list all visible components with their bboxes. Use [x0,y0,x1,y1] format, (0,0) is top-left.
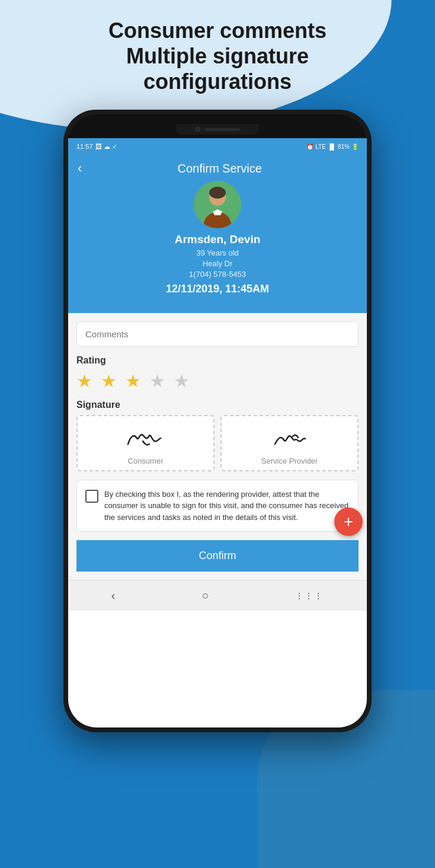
phone-notch [176,124,259,135]
nav-apps-button[interactable]: ⋮⋮⋮ [295,591,324,601]
attestation-checkbox[interactable] [85,490,98,503]
phone-inner: 11:57 🖼 ☁ ✓ ⏰ LTE ▐▌ 81% 🔋 ‹ Confirm Ser… [68,114,367,727]
status-right: ⏰ LTE ▐▌ 81% 🔋 [306,143,359,150]
star-2[interactable]: ★ [101,371,117,391]
comments-input[interactable] [76,321,359,347]
rating-label: Rating [76,355,359,366]
stars-row: ★ ★ ★ ★ ★ [76,371,359,391]
status-bar: 11:57 🖼 ☁ ✓ ⏰ LTE ▐▌ 81% 🔋 [68,138,367,155]
signature-boxes: Consumer Service Provider [76,415,359,471]
provider-signature-box[interactable]: Service Provider [220,415,359,471]
profile-age: 39 Years old [196,248,239,259]
header-title: Confirm Service [82,162,357,175]
back-button[interactable]: ‹ [78,161,82,176]
star-3[interactable]: ★ [125,371,141,391]
confirm-button[interactable]: Confirm [76,540,359,572]
title-line3: configurations [143,69,292,94]
nav-home-button[interactable]: ○ [201,589,209,602]
avatar [194,181,241,228]
star-4[interactable]: ★ [149,371,165,391]
battery-label: 81% [338,143,350,150]
main-content: Rating ★ ★ ★ ★ ★ Signature [68,313,367,580]
phone-screen: 11:57 🖼 ☁ ✓ ⏰ LTE ▐▌ 81% 🔋 ‹ Confirm Ser… [68,138,367,727]
consumer-sig-label: Consumer [128,457,164,465]
consumer-sig-svg [116,423,175,453]
fab-button[interactable]: + [334,508,363,536]
camera-dot [195,126,201,132]
alarm-icon: ⏰ [306,143,314,150]
consumer-signature-box[interactable]: Consumer [76,415,215,471]
fab-icon: + [344,512,353,531]
avatar-svg [194,181,241,228]
title-line2: Multiple signature [126,44,309,68]
profile-name: Armsden, Devin [175,233,261,246]
star-5[interactable]: ★ [174,371,190,391]
profile-section: Armsden, Devin 39 Years old Healy Dr 1(7… [78,181,357,302]
nav-back-button[interactable]: ‹ [111,589,116,602]
phone-frame: 11:57 🖼 ☁ ✓ ⏰ LTE ▐▌ 81% 🔋 ‹ Confirm Ser… [63,110,372,732]
bottom-nav: ‹ ○ ⋮⋮⋮ [68,580,367,611]
provider-sig-svg [260,423,319,453]
status-time: 11:57 [76,143,93,150]
speaker-bar [204,128,240,131]
profile-datetime: 12/11/2019, 11:45AM [166,283,269,295]
attestation-box: By checking this box I, as the rendering… [76,480,359,532]
profile-phone: 1(704) 578-5453 [189,269,246,280]
page-title: Consumer comments Multiple signature con… [0,18,435,95]
header-nav: ‹ Confirm Service [78,161,357,176]
profile-address: Healy Dr [203,259,233,269]
status-left: 11:57 🖼 ☁ ✓ [76,143,117,151]
provider-sig-img [260,423,319,453]
status-icons: 🖼 ☁ ✓ [95,143,117,151]
signal-label: LTE [315,143,326,150]
svg-point-3 [212,187,223,194]
battery-icon: 🔋 [351,143,359,150]
signal-bars: ▐▌ [328,143,336,150]
signature-label: Signature [76,400,359,410]
provider-sig-label: Service Provider [261,457,318,465]
app-header: ‹ Confirm Service [68,155,367,313]
signature-section: Signature Consumer [76,400,359,471]
consumer-sig-img [116,423,175,453]
star-1[interactable]: ★ [76,371,92,391]
title-line1: Consumer comments [108,18,327,43]
attestation-text: By checking this box I, as the rendering… [104,489,350,524]
